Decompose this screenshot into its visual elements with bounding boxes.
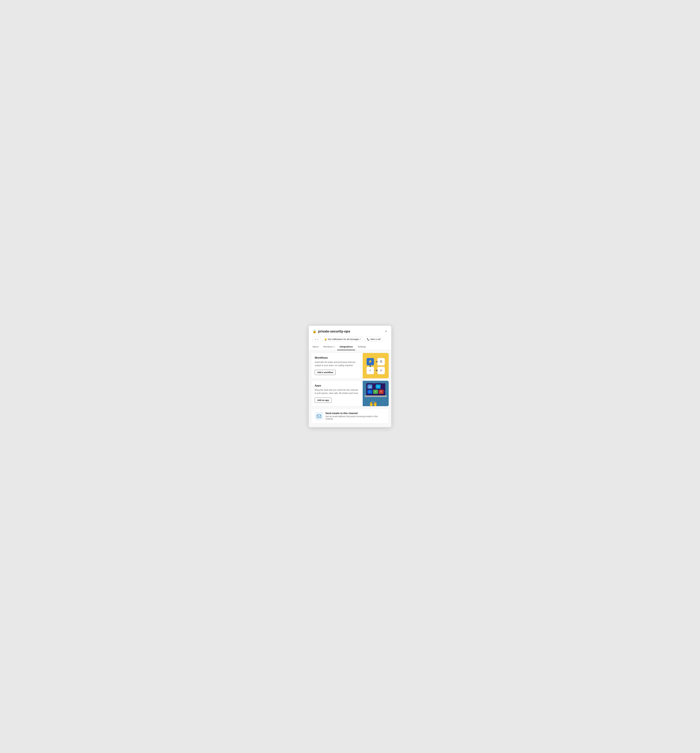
svg-rect-26 [365, 395, 387, 397]
lock-icon: 🔒 [312, 330, 317, 333]
svg-text:box: box [369, 391, 371, 393]
svg-text:+: + [384, 391, 386, 393]
workflows-illustration: ⚡ ☞ 🖹 ✓ # [362, 353, 389, 378]
workflow-svg: ⚡ ☞ 🖹 ✓ # [366, 356, 386, 375]
svg-text:E: E [380, 391, 382, 393]
call-label: Start a call [370, 338, 380, 341]
svg-text:✓: ✓ [369, 369, 372, 372]
email-description: Get an email address that posts incoming… [325, 415, 385, 420]
apps-card-body: Apps Bring the tools that you need into … [311, 381, 362, 406]
tab-members[interactable]: Members 1 [321, 344, 337, 350]
svg-text:☁: ☁ [369, 385, 371, 388]
tab-settings[interactable]: Settings [355, 344, 368, 350]
start-call-button[interactable]: 📞 Start a call [365, 337, 383, 342]
star-chevron-icon: ▾ [317, 338, 318, 340]
svg-text:✓: ✓ [375, 390, 377, 393]
workflows-card-body: Workflows Automate the tasks and process… [311, 353, 362, 378]
apps-illustration: ☁ + SF + box ✓ E + [362, 381, 389, 406]
svg-text:#: # [380, 369, 382, 372]
svg-text:+: + [383, 383, 383, 384]
modal-title: 🔒 private-security-ops [312, 330, 350, 333]
bell-icon: 🔔 [324, 338, 327, 341]
workflows-title: Workflows [315, 356, 359, 359]
email-card: Send emails to this channel Get an email… [311, 408, 389, 423]
svg-text:+: + [374, 383, 375, 384]
star-button[interactable]: ☆ ▾ [312, 337, 320, 342]
svg-text:🙌: 🙌 [369, 400, 377, 406]
email-text: Send emails to this channel Get an email… [325, 412, 385, 420]
apps-action: Add an app [315, 398, 359, 403]
add-workflow-button[interactable]: Add a workflow [315, 370, 336, 375]
tabs: About Members 1 Integrations Settings [309, 344, 391, 350]
svg-text:SF: SF [377, 386, 379, 387]
email-icon [315, 412, 323, 420]
notifications-label: Get notifications for all messages [328, 338, 359, 341]
phone-icon: 📞 [367, 338, 369, 341]
svg-text:☞: ☞ [370, 364, 373, 367]
apps-title: Apps [315, 384, 359, 387]
add-app-button[interactable]: Add an app [315, 398, 331, 403]
modal: 🔒 private-security-ops × ☆ ▾ 🔔 Get notif… [309, 326, 391, 427]
email-title: Send emails to this channel [325, 412, 385, 415]
notifications-chevron-icon: ▾ [360, 338, 361, 340]
tab-integrations[interactable]: Integrations [337, 344, 355, 350]
svg-rect-28 [317, 415, 321, 418]
channel-name: private-security-ops [318, 330, 350, 333]
email-svg [317, 414, 321, 419]
svg-text:⚡: ⚡ [368, 359, 373, 364]
svg-text:🖹: 🖹 [380, 360, 383, 363]
toolbar: ☆ ▾ 🔔 Get notifications for all messages… [309, 335, 391, 344]
notifications-button[interactable]: 🔔 Get notifications for all messages ▾ [322, 337, 363, 342]
modal-header: 🔒 private-security-ops × [309, 326, 391, 335]
workflows-description: Automate the tasks and processes that ar… [315, 361, 359, 367]
apps-svg: ☁ + SF + box ✓ E + [365, 383, 387, 406]
workflows-card: Workflows Automate the tasks and process… [311, 353, 389, 378]
tab-about[interactable]: About [312, 344, 321, 350]
workflows-action: Add a workflow [315, 370, 359, 375]
apps-card: Apps Bring the tools that you need into … [311, 381, 389, 406]
integrations-content: Workflows Automate the tasks and process… [309, 350, 391, 427]
star-icon: ☆ [314, 338, 317, 341]
apps-description: Bring the tools that you need into this … [315, 388, 359, 395]
close-button[interactable]: × [384, 329, 388, 334]
